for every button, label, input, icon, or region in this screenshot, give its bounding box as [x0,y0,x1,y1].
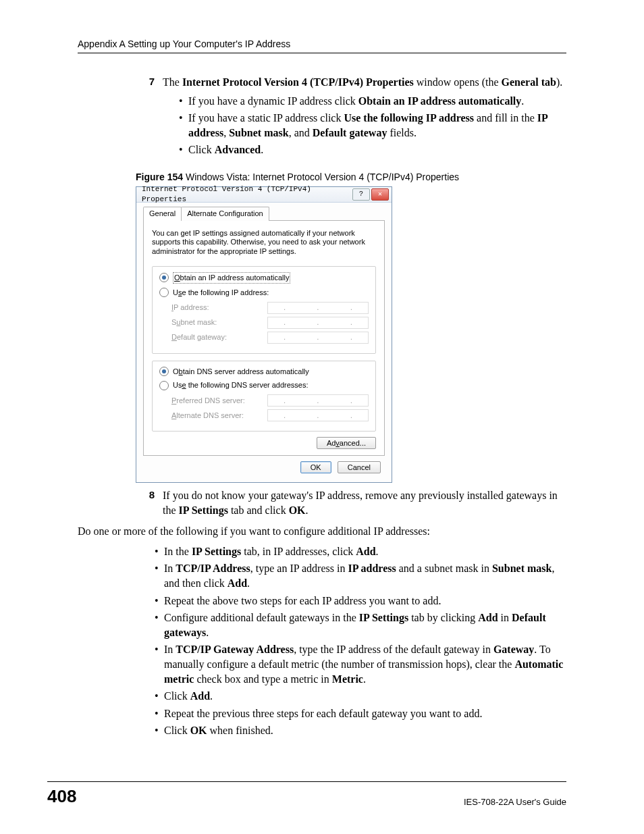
header-title: Appendix A Setting up Your Computer's IP… [78,38,290,49]
ip-address-group: Obtain an IP address automatically Use t… [152,266,376,354]
figure-caption: Figure 154 Windows Vista: Internet Proto… [136,171,566,184]
default-gateway-label: Default gateway: [159,332,267,342]
page-header: Appendix A Setting up Your Computer's IP… [78,38,566,53]
step-7-intro: The Internet Protocol Version 4 (TCP/IPv… [163,76,562,88]
radio-use-following-dns[interactable]: Use the following DNS server addresses: [159,380,369,390]
preferred-dns-input[interactable]: ... [267,394,369,407]
subnet-mask-label: Subnet mask: [159,317,267,328]
preferred-dns-label: Preferred DNS server: [159,396,267,406]
body-content: 7 The Internet Protocol Version 4 (TCP/I… [78,75,566,738]
ip-address-label: IP address: [159,303,267,313]
step7-bullet-1: If you have a dynamic IP address click O… [188,94,566,109]
dialog-title: Internet Protocol Version 4 (TCP/IPv4) P… [142,184,351,205]
radio-obtain-ip-auto[interactable]: Obtain an IP address automatically [159,272,369,284]
bullet-c: Repeat the above two steps for each IP a… [164,594,566,608]
step7-bullet-2: If you have a static IP address click Us… [188,111,566,140]
bullet-f: Click Add. [164,689,566,704]
step7-bullet-3: Click Advanced. [188,142,566,157]
ip-address-input[interactable]: ... [267,302,369,314]
bullet-g: Repeat the previous three steps for each… [164,706,566,721]
tab-general[interactable]: General [143,207,182,221]
page-number: 408 [47,786,88,807]
radio-icon [159,367,169,376]
radio-icon [159,381,169,390]
close-icon[interactable]: ✕ [371,188,389,201]
radio-use-following-ip[interactable]: Use the following IP address: [159,288,369,298]
guide-name: IES-708-22A User's Guide [88,797,566,807]
subnet-mask-input[interactable]: ... [267,317,369,329]
bullet-a: In the IP Settings tab, in IP addresses,… [164,544,566,559]
ok-button[interactable]: OK [300,461,331,473]
bullet-d: Configure additional default gateways in… [164,610,566,640]
tcpip-properties-dialog: Internet Protocol Version 4 (TCP/IPv4) P… [136,186,392,483]
dialog-description: You can get IP settings assigned automat… [152,229,376,257]
radio-obtain-dns-auto[interactable]: Obtain DNS server address automatically [159,367,369,377]
radio-icon [159,288,169,297]
page-footer: 408 IES-708-22A User's Guide [47,781,566,807]
dns-server-group: Obtain DNS server address automatically … [152,361,376,432]
default-gateway-input[interactable]: ... [267,332,369,344]
radio-use-following-ip-label: Use the following IP address: [173,288,269,298]
advanced-button[interactable]: Advanced... [317,437,376,449]
bullet-b: In TCP/IP Address, type an IP address in… [164,561,566,590]
tab-alternate-configuration[interactable]: Alternate Configuration [181,207,269,221]
radio-icon [159,273,169,282]
dialog-titlebar: Internet Protocol Version 4 (TCP/IPv4) P… [136,187,392,203]
step-7-number: 7 [136,75,155,163]
radio-obtain-dns-auto-label: Obtain DNS server address automatically [173,367,309,377]
bullet-e: In TCP/IP Gateway Address, type the IP a… [164,642,566,686]
step-8-text: If you do not know your gateway's IP add… [155,488,566,517]
step-8-number: 8 [136,488,155,517]
alternate-dns-label: Alternate DNS server: [159,411,267,421]
alternate-dns-input[interactable]: ... [267,409,369,421]
help-icon[interactable]: ? [352,188,370,201]
bullet-h: Click OK when finished. [164,723,566,738]
radio-obtain-ip-auto-label: Obtain an IP address automatically [173,272,290,284]
additional-config-intro: Do one or more of the following if you w… [78,524,566,539]
radio-use-following-dns-label: Use the following DNS server addresses: [173,380,308,390]
cancel-button[interactable]: Cancel [338,461,381,473]
